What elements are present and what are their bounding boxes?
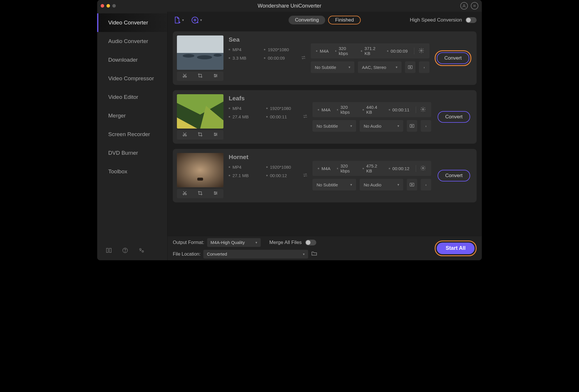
src-res: 1920*1080 bbox=[270, 106, 291, 111]
file-location-select[interactable]: Converted▾ bbox=[203, 250, 308, 259]
sidebar-item-merger[interactable]: Merger bbox=[97, 106, 167, 125]
chevron-down-icon: ▾ bbox=[182, 18, 184, 22]
sidebar-item-dvd-burner[interactable]: DVD Burner bbox=[97, 144, 167, 162]
merge-toggle[interactable] bbox=[305, 240, 316, 245]
convert-highlight: Convert bbox=[435, 50, 471, 66]
svg-point-17 bbox=[197, 55, 212, 59]
add-dvd-button[interactable]: ▾ bbox=[191, 16, 202, 24]
sidebar-item-audio-converter[interactable]: Audio Converter bbox=[97, 32, 167, 51]
select-value: AAC, Stereo bbox=[362, 65, 386, 70]
effects-icon[interactable] bbox=[213, 190, 218, 197]
close-window-button[interactable] bbox=[101, 4, 104, 8]
info-icon[interactable] bbox=[421, 120, 431, 132]
sidebar-item-label: Video Editor bbox=[108, 94, 138, 100]
output-info: M4A 320 kbps 475.2 KB 00:00:12 bbox=[312, 161, 431, 176]
svg-point-43 bbox=[215, 135, 216, 136]
tab-converting[interactable]: Converting bbox=[289, 16, 325, 24]
src-format: MP4 bbox=[232, 47, 241, 52]
output-info: M4A 320 kbps 371.2 KB 00:00:09 bbox=[311, 43, 429, 58]
effects-icon[interactable] bbox=[213, 73, 218, 79]
merge-label: Merge All Files bbox=[269, 240, 302, 245]
app-title: Wondershare UniConverter bbox=[97, 3, 482, 9]
svg-point-5 bbox=[125, 252, 125, 252]
src-size: 3.3 MB bbox=[232, 56, 246, 60]
title-bar: Wondershare UniConverter bbox=[97, 0, 482, 12]
svg-point-25 bbox=[216, 75, 217, 76]
preview-icon[interactable] bbox=[405, 61, 415, 73]
trim-icon[interactable] bbox=[182, 132, 187, 138]
subtitle-select[interactable]: No Subtitle▾ bbox=[312, 179, 356, 190]
sidebar-item-video-compressor[interactable]: Video Compressor bbox=[97, 69, 167, 88]
sidebar-item-label: Audio Converter bbox=[108, 38, 148, 44]
info-icon[interactable] bbox=[419, 61, 429, 73]
thumbnail[interactable] bbox=[177, 35, 223, 70]
start-all-button[interactable]: Start All bbox=[437, 243, 475, 254]
audio-select[interactable]: AAC, Stereo▾ bbox=[358, 61, 402, 73]
file-card: Leafs MP4 1920*1080 27.4 MB 00:00:11 M4 bbox=[173, 90, 477, 144]
sidebar-item-label: Video Compressor bbox=[108, 75, 154, 82]
settings-icon[interactable] bbox=[416, 165, 426, 172]
help-icon[interactable] bbox=[122, 247, 129, 254]
svg-point-26 bbox=[215, 76, 216, 77]
chevron-down-icon: ▾ bbox=[350, 183, 352, 187]
trim-icon[interactable] bbox=[182, 73, 187, 79]
convert-button[interactable]: Convert bbox=[438, 111, 470, 123]
tab-finished[interactable]: Finished bbox=[328, 16, 361, 24]
file-card: Hornet MP4 1920*1080 27.1 MB 00:00:12 M bbox=[173, 149, 477, 202]
thumbnail[interactable] bbox=[177, 153, 223, 187]
sidebar-item-toolbox[interactable]: Toolbox bbox=[97, 162, 167, 181]
effects-icon[interactable] bbox=[213, 132, 218, 138]
account-icon[interactable] bbox=[460, 2, 468, 10]
src-size: 27.1 MB bbox=[232, 173, 249, 178]
sidebar: Video Converter Audio Converter Download… bbox=[97, 12, 168, 260]
high-speed-toggle[interactable] bbox=[466, 17, 477, 23]
trim-icon[interactable] bbox=[182, 190, 187, 197]
subtitle-select[interactable]: No Subtitle▾ bbox=[312, 120, 356, 132]
info-icon[interactable] bbox=[421, 179, 431, 190]
menu-icon[interactable] bbox=[471, 2, 478, 10]
sidebar-item-video-editor[interactable]: Video Editor bbox=[97, 88, 167, 106]
svg-point-0 bbox=[463, 4, 465, 6]
convert-button[interactable]: Convert bbox=[438, 170, 470, 181]
tab-label: Converting bbox=[295, 17, 319, 23]
button-label: Convert bbox=[445, 114, 463, 120]
svg-point-56 bbox=[214, 192, 215, 192]
main-panel: ▾ ▾ Converting Finished High Speed Conve… bbox=[168, 12, 482, 260]
sidebar-item-label: DVD Burner bbox=[108, 150, 138, 156]
src-size: 27.4 MB bbox=[232, 114, 249, 119]
out-format: M4A bbox=[322, 166, 331, 171]
sidebar-item-video-converter[interactable]: Video Converter bbox=[97, 13, 167, 32]
chevron-down-icon: ▾ bbox=[349, 65, 350, 69]
add-file-button[interactable]: ▾ bbox=[173, 16, 184, 24]
out-dur: 00:00:12 bbox=[392, 166, 409, 171]
edit-tools bbox=[177, 72, 223, 81]
subtitle-select[interactable]: No Subtitle▾ bbox=[311, 61, 354, 73]
settings-icon[interactable] bbox=[414, 48, 424, 54]
audio-select[interactable]: No Audio▾ bbox=[360, 120, 403, 132]
preview-icon[interactable] bbox=[407, 179, 417, 190]
zoom-window-button[interactable] bbox=[112, 4, 116, 8]
output-format-label: Output Format: bbox=[173, 240, 204, 245]
svg-point-59 bbox=[422, 167, 424, 169]
src-dur: 00:00:12 bbox=[270, 173, 287, 178]
crop-icon[interactable] bbox=[198, 73, 203, 79]
preview-icon[interactable] bbox=[407, 120, 417, 132]
open-folder-icon[interactable] bbox=[311, 250, 317, 258]
sidebar-item-screen-recorder[interactable]: Screen Recorder bbox=[97, 125, 167, 144]
settings-icon[interactable] bbox=[416, 106, 426, 113]
svg-rect-50 bbox=[197, 178, 203, 181]
thumbnail[interactable] bbox=[177, 94, 223, 129]
chevron-down-icon: ▾ bbox=[200, 18, 202, 22]
sidebar-item-downloader[interactable]: Downloader bbox=[97, 51, 167, 69]
crop-icon[interactable] bbox=[198, 132, 203, 138]
guide-icon[interactable] bbox=[105, 247, 112, 254]
minimize-window-button[interactable] bbox=[106, 4, 110, 8]
share-icon[interactable] bbox=[138, 247, 145, 254]
crop-icon[interactable] bbox=[198, 190, 203, 197]
svg-point-11 bbox=[194, 19, 196, 21]
convert-button[interactable]: Convert bbox=[437, 52, 469, 64]
audio-select[interactable]: No Audio▾ bbox=[360, 179, 403, 190]
file-title: Sea bbox=[229, 36, 295, 43]
output-format-select[interactable]: M4A-High Quality▾ bbox=[207, 238, 261, 247]
source-meta: MP4 1920*1080 27.4 MB 00:00:11 bbox=[229, 106, 297, 119]
